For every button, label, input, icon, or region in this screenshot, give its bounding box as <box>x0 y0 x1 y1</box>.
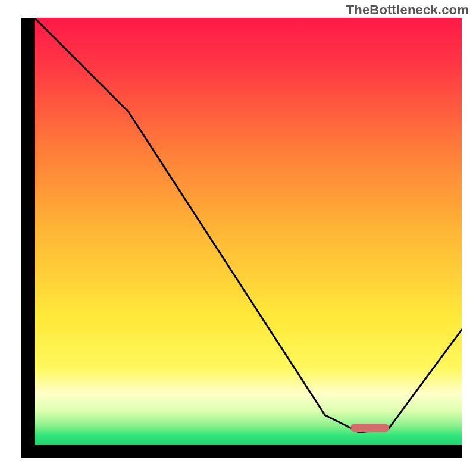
chart-svg <box>21 18 462 458</box>
optimal-range-marker <box>350 424 389 432</box>
x-axis <box>21 445 462 458</box>
watermark-text: TheBottleneck.com <box>346 2 469 18</box>
plot-area <box>21 18 462 458</box>
y-axis <box>21 18 35 458</box>
chart-stage: TheBottleneck.com <box>0 0 476 476</box>
